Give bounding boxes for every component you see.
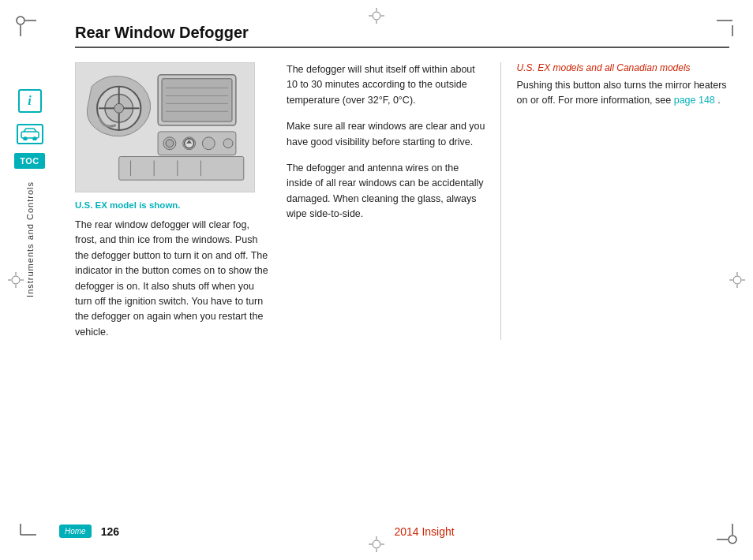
left-body-text: The rear window defogger will clear fog,…: [75, 218, 272, 340]
sidebar-section-label: Instruments and Controls: [25, 181, 35, 297]
info-icon: i: [18, 89, 42, 113]
svg-rect-43: [162, 79, 232, 121]
svg-point-53: [166, 140, 174, 147]
car-icon: [17, 124, 43, 144]
middle-column: The defogger will shut itself off within…: [287, 62, 501, 340]
svg-point-37: [114, 103, 124, 113]
footer: Home 126 2014 Insight: [59, 525, 729, 538]
page-number: 126: [101, 525, 119, 538]
svg-point-51: [202, 137, 215, 150]
page-148-link[interactable]: page 148: [674, 95, 715, 106]
sidebar: i TOC Instruments and Controls: [0, 0, 59, 560]
content-grid: U.S. EX model is shown. The rear window …: [75, 62, 729, 340]
right-body-text: Pushing this button also turns the mirro…: [517, 78, 730, 109]
middle-para-2: Make sure all rear windows are clear and…: [287, 119, 486, 150]
page-title: Rear Window Defogger: [75, 24, 729, 48]
svg-point-32: [24, 137, 27, 140]
footer-book-title: 2014 Insight: [119, 525, 729, 538]
right-note-title: U.S. EX models and all Canadian models: [517, 62, 730, 73]
info-icon-box[interactable]: i: [16, 87, 44, 115]
toc-button[interactable]: TOC: [14, 153, 45, 169]
svg-point-33: [33, 137, 36, 140]
car-image: [75, 62, 255, 192]
svg-point-52: [223, 139, 233, 148]
svg-rect-31: [21, 132, 39, 138]
right-column: U.S. EX models and all Canadian models P…: [515, 62, 730, 340]
middle-para-3: The defogger and antenna wires on the in…: [287, 161, 486, 222]
image-caption: U.S. EX model is shown.: [75, 200, 272, 210]
car-icon-box[interactable]: [16, 120, 44, 148]
svg-rect-55: [119, 157, 244, 181]
middle-para-1: The defogger will shut itself off within…: [287, 62, 486, 108]
left-column: U.S. EX model is shown. The rear window …: [75, 62, 272, 340]
home-button[interactable]: Home: [59, 525, 92, 538]
main-content: Rear Window Defogger: [59, 0, 753, 560]
